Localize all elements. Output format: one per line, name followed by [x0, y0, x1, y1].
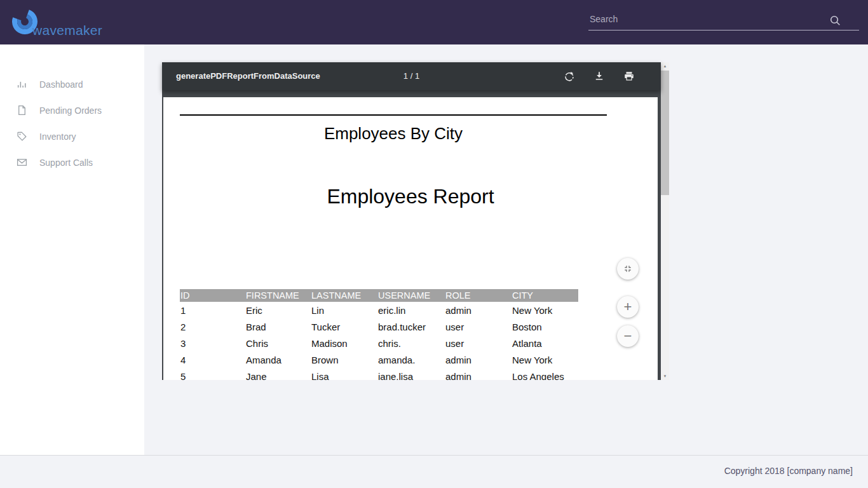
report-header-title: Employees By City	[180, 124, 607, 144]
scrollbar-up-button[interactable]: ▲	[661, 62, 669, 70]
table-cell: brad.tucker	[377, 318, 445, 335]
table-cell: 1	[180, 302, 245, 318]
table-cell: amanda.	[377, 351, 445, 368]
document-icon	[17, 105, 27, 116]
print-button[interactable]	[619, 66, 639, 86]
column-header: LASTNAME	[311, 289, 377, 302]
pdf-page: Employees By City Employees Report IDFIR…	[163, 97, 658, 380]
envelope-icon	[17, 157, 27, 168]
scrollbar-thumb[interactable]	[661, 71, 669, 195]
table-cell: Eric	[245, 302, 311, 318]
table-cell: Tucker	[311, 318, 377, 335]
column-header: CITY	[512, 289, 578, 302]
table-cell: Amanda	[245, 351, 311, 368]
tag-icon	[17, 131, 27, 142]
column-header: ROLE	[445, 289, 512, 302]
pdf-toolbar-actions	[559, 62, 639, 90]
table-cell: Jane	[245, 368, 311, 380]
sidebar-item-label: Dashboard	[39, 79, 83, 90]
brand-logo[interactable]: wavemaker	[10, 6, 137, 38]
search-box	[588, 9, 859, 30]
search-input[interactable]	[588, 9, 836, 29]
fit-to-page-icon	[623, 264, 633, 274]
sidebar-item-label: Pending Orders	[39, 105, 102, 116]
sidebar-item-dashboard[interactable]: Dashboard	[0, 71, 144, 97]
table-cell: jane.lisa	[377, 368, 445, 380]
table-cell: Atlanta	[512, 335, 578, 351]
sidebar-item-support-calls[interactable]: Support Calls	[0, 149, 144, 175]
bar-chart-icon	[17, 79, 27, 90]
sidebar-item-label: Support Calls	[39, 158, 93, 168]
sidebar: Dashboard Pending Orders Inventory Suppo…	[0, 44, 144, 455]
table-cell: New York	[512, 302, 578, 318]
column-header: ID	[180, 289, 245, 302]
table-cell: admin	[445, 302, 512, 318]
table-row: 4AmandaBrownamanda.adminNew York	[180, 351, 578, 368]
zoom-out-button[interactable]: −	[617, 325, 639, 347]
download-button[interactable]	[589, 66, 609, 86]
pdf-document-title: generatePDFReportFromDataSource	[176, 62, 320, 90]
report-table: IDFIRSTNAMELASTNAMEUSERNAMEROLECITY 1Eri…	[180, 289, 578, 380]
zoom-in-button[interactable]: +	[617, 296, 639, 318]
fit-to-page-button[interactable]	[617, 258, 639, 280]
rotate-button[interactable]	[559, 66, 580, 86]
pdf-scrollbar[interactable]: ▲ ▼	[661, 62, 669, 380]
pdf-toolbar: generatePDFReportFromDataSource 1 / 1	[162, 62, 661, 90]
search-icon[interactable]	[829, 15, 841, 27]
table-cell: user	[445, 318, 512, 335]
table-cell: Chris	[245, 335, 311, 351]
table-cell: Brown	[311, 351, 377, 368]
table-cell: Lin	[311, 302, 377, 318]
table-cell: 4	[180, 351, 245, 368]
table-row: 2BradTuckerbrad.tuckeruserBoston	[180, 318, 578, 335]
report-table-body: 1EricLineric.linadminNew York2BradTucker…	[180, 302, 578, 380]
rotate-icon	[564, 71, 575, 82]
table-row: 5JaneLisajane.lisaadminLos Angeles	[180, 368, 578, 380]
column-header: USERNAME	[377, 289, 445, 302]
table-cell: New York	[512, 351, 578, 368]
brand-name: wavemaker	[32, 23, 102, 38]
scrollbar-down-button[interactable]: ▼	[661, 372, 669, 380]
report-title: Employees Report	[163, 185, 658, 208]
sidebar-item-label: Inventory	[39, 132, 76, 142]
app-footer: Copyright 2018 [company name]	[0, 455, 868, 488]
table-cell: Los Angeles	[512, 368, 578, 380]
table-cell: chris.	[377, 335, 445, 351]
sidebar-item-pending-orders[interactable]: Pending Orders	[0, 97, 144, 123]
table-cell: 3	[180, 335, 245, 351]
table-cell: Lisa	[311, 368, 377, 380]
table-cell: eric.lin	[377, 302, 445, 318]
table-cell: Boston	[512, 318, 578, 335]
table-cell: Madison	[311, 335, 377, 351]
copyright-text: Copyright 2018 [company name]	[724, 466, 853, 476]
sidebar-item-inventory[interactable]: Inventory	[0, 123, 144, 149]
app-header: wavemaker	[0, 0, 868, 44]
report-table-head-row: IDFIRSTNAMELASTNAMEUSERNAMEROLECITY	[180, 289, 578, 302]
table-cell: 2	[180, 318, 245, 335]
column-header: FIRSTNAME	[245, 289, 311, 302]
table-cell: admin	[445, 368, 512, 380]
pdf-viewer: generatePDFReportFromDataSource 1 / 1	[162, 62, 669, 380]
download-icon	[593, 71, 605, 82]
table-cell: Brad	[245, 318, 311, 335]
table-cell: 5	[180, 368, 245, 380]
table-cell: user	[445, 335, 512, 351]
print-icon	[623, 71, 635, 82]
table-row: 1EricLineric.linadminNew York	[180, 302, 578, 318]
table-row: 3ChrisMadisonchris.userAtlanta	[180, 335, 578, 351]
report-header-rule	[180, 114, 607, 116]
pdf-viewer-body: Employees By City Employees Report IDFIR…	[162, 90, 661, 380]
table-cell: admin	[445, 351, 512, 368]
